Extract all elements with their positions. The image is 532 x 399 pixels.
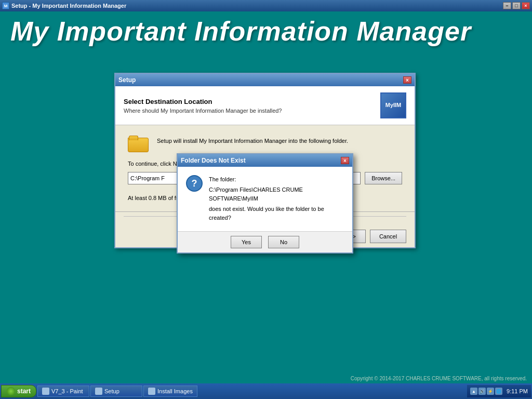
- setup-dialog-title: Setup: [118, 76, 136, 84]
- no-button[interactable]: No: [268, 236, 299, 248]
- setup-header: Select Destination Location Where should…: [115, 86, 415, 125]
- setup-logo: My IIM: [380, 92, 406, 118]
- tray-icon-2: 🔊: [478, 388, 486, 395]
- cancel-button[interactable]: Cancel: [370, 230, 406, 243]
- setup-taskbar-icon: [95, 388, 102, 395]
- folder-dialog-title-bar: Folder Does Not Exist ×: [178, 154, 352, 167]
- folder-info: Setup will install My Important Informat…: [128, 136, 402, 152]
- folder-does-not-exist-dialog: Folder Does Not Exist × ? The folder: C:…: [177, 153, 353, 254]
- taskbar-item-images-label: Install Images: [157, 388, 193, 394]
- maximize-button[interactable]: □: [512, 2, 521, 9]
- setup-close-button[interactable]: ×: [403, 76, 411, 84]
- folder-dialog-title-text: Folder Does Not Exist: [181, 157, 246, 164]
- bottom-copyright: Copyright © 2014-2017 CHARLES CRUME SOFT…: [351, 376, 527, 381]
- setup-title-bar: Setup ×: [115, 74, 415, 86]
- taskbar-item-setup-label: Setup: [104, 388, 119, 394]
- folder-dialog-text: The folder: C:\Program Files\CHARLES CRU…: [209, 175, 344, 223]
- minimize-button[interactable]: −: [503, 2, 511, 9]
- close-button[interactable]: ×: [522, 2, 530, 9]
- folder-path-text: C:\Program Files\CHARLES CRUME SOFTWARE\…: [209, 185, 344, 204]
- folder-dialog-body: ? The folder: C:\Program Files\CHARLES C…: [178, 167, 352, 231]
- title-bar-text: Setup - My Important Information Manager: [11, 3, 126, 9]
- tray-icon-4: 🌐: [495, 388, 502, 395]
- windows-logo: [7, 387, 15, 395]
- window-controls: − □ ×: [503, 2, 530, 9]
- start-button[interactable]: start: [1, 385, 36, 397]
- paint-taskbar-icon: [42, 388, 49, 395]
- yes-button[interactable]: Yes: [231, 236, 262, 248]
- tray-icon-1: ▲: [470, 388, 477, 395]
- folder-icon: [128, 136, 149, 152]
- app-icon: M: [2, 2, 9, 9]
- taskbar-item-images[interactable]: Install Images: [143, 385, 197, 397]
- tray-clock: 9:11 PM: [507, 388, 528, 394]
- taskbar-item-paint[interactable]: V7_3 - Paint: [37, 385, 89, 397]
- taskbar-item-setup[interactable]: Setup: [90, 385, 142, 397]
- taskbar: start V7_3 - Paint Setup Install Images …: [0, 383, 532, 399]
- folder-dialog-footer: Yes No: [178, 231, 352, 252]
- taskbar-item-paint-label: V7_3 - Paint: [51, 388, 83, 394]
- setup-heading: Select Destination Location: [124, 98, 282, 105]
- folder-dialog-close-button[interactable]: ×: [341, 157, 349, 164]
- tray-icon-3: ⚡: [487, 388, 494, 395]
- setup-subtext: Where should My Important Information Ma…: [124, 108, 282, 114]
- question-icon: ?: [186, 175, 203, 192]
- setup-header-text: Select Destination Location Where should…: [124, 98, 282, 114]
- start-label: start: [17, 388, 31, 395]
- system-tray: ▲ 🔊 ⚡ 🌐 9:11 PM: [467, 385, 531, 397]
- folder-description: Setup will install My Important Informat…: [157, 136, 348, 144]
- background-title: My Important Information Manager: [10, 16, 471, 47]
- images-taskbar-icon: [148, 388, 155, 395]
- message-line2: does not exist. Would you like the folde…: [209, 206, 324, 221]
- browse-button[interactable]: Browse...: [365, 172, 402, 184]
- title-bar: M Setup - My Important Information Manag…: [0, 0, 532, 11]
- tray-icons: ▲ 🔊 ⚡ 🌐: [470, 388, 502, 395]
- message-line1: The folder:: [209, 176, 236, 182]
